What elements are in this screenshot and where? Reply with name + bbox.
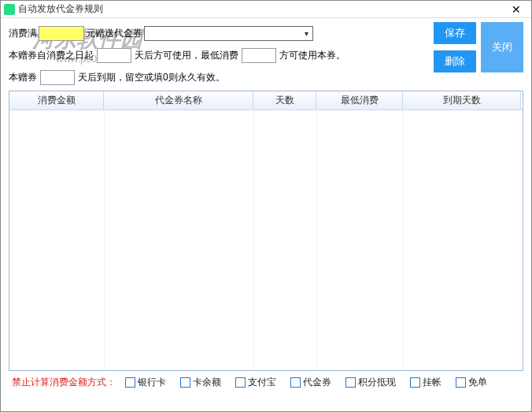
checkbox-icon [180,377,190,388]
exclude-option[interactable]: 银行卡 [125,376,166,389]
footer-label: 禁止计算消费金额方式： [12,376,116,389]
exclude-option-label: 代金券 [303,376,331,389]
exclude-option[interactable]: 免单 [456,376,487,389]
chevron-down-icon: ▾ [300,29,312,38]
exclude-option-label: 卡余额 [193,376,221,389]
column-header[interactable]: 到期天数 [403,91,521,109]
checkbox-icon [290,377,301,388]
exclude-option-label: 积分抵现 [358,376,396,389]
exclude-option[interactable]: 代金券 [290,376,331,389]
exclude-option-label: 免单 [468,376,487,389]
checkbox-icon [235,377,246,388]
label-gift: 元赠送代金券 [86,27,142,40]
checkbox-icon [410,377,420,388]
window-close-button[interactable]: ✕ [504,2,528,17]
checkbox-icon [125,377,135,388]
column-header[interactable]: 消费金额 [9,91,104,109]
label-row2-end: 方可使用本券。 [279,49,345,62]
column-header[interactable]: 最低消费 [316,91,403,109]
label-row2-pre: 本赠券自消费之日起 [9,49,94,62]
app-icon [4,4,15,15]
voucher-combobox[interactable]: ▾ [144,26,313,41]
label-row3-end: 天后到期，留空或填0则永久有效。 [78,71,225,84]
checkbox-icon [456,377,466,388]
days-usable-input[interactable] [97,48,131,63]
exclude-option[interactable]: 积分抵现 [345,376,396,389]
label-consume: 消费满 [9,27,37,40]
amount-input[interactable] [39,26,84,41]
label-row2-mid: 天后方可使用，最低消费 [135,49,238,62]
exclude-option[interactable]: 卡余额 [180,376,221,389]
exclude-option-label: 挂帐 [423,376,441,389]
exclude-option[interactable]: 挂帐 [410,376,441,389]
rules-table[interactable]: 消费金额代金券名称天数最低消费到期天数 [9,91,523,371]
label-row3-pre: 本赠券 [9,71,37,84]
exclude-option-label: 银行卡 [138,376,166,389]
expire-days-input[interactable] [40,70,75,85]
exclude-option-label: 支付宝 [248,376,276,389]
checkbox-icon [345,377,356,388]
exclude-option[interactable]: 支付宝 [235,376,276,389]
column-header[interactable]: 代金券名称 [104,91,253,109]
min-consume-input[interactable] [242,48,276,63]
column-header[interactable]: 天数 [253,91,316,109]
window-title: 自动发放代金券规则 [18,2,504,16]
